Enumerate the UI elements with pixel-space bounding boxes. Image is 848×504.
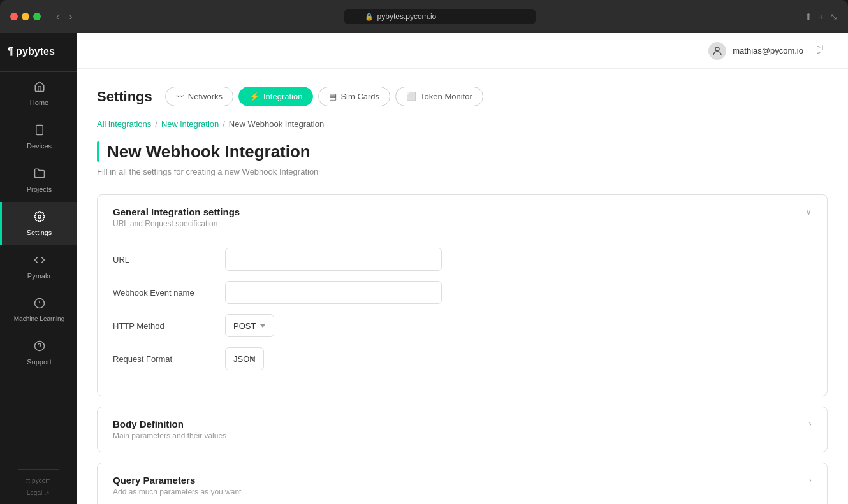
svg-point-3 bbox=[38, 215, 41, 219]
tab-integration[interactable]: ⚡ Integration bbox=[238, 87, 313, 106]
sidebar-label-support: Support bbox=[27, 358, 52, 366]
browser-chrome: ‹ › 🔒 pybytes.pycom.io ⬆ + ⤡ bbox=[0, 0, 848, 33]
legal-link[interactable]: Legal ↗ bbox=[27, 489, 50, 496]
traffic-light-minimize[interactable] bbox=[22, 13, 29, 20]
tab-token-monitor[interactable]: ⬜ Token Monitor bbox=[395, 87, 483, 106]
form-row-http-method: HTTP Method POST GET PUT DELETE PATCH bbox=[113, 314, 812, 337]
section-body-subtitle: Main parameters and their values bbox=[113, 431, 226, 440]
url-input[interactable] bbox=[225, 248, 442, 271]
settings-header: Settings 〰 Networks ⚡ Integration ▤ Sim bbox=[97, 87, 828, 106]
support-icon bbox=[34, 340, 45, 355]
http-method-label: HTTP Method bbox=[113, 321, 215, 331]
webhook-event-input[interactable] bbox=[225, 281, 442, 304]
sidebar-nav: Home Devices Projects Settings bbox=[0, 72, 77, 469]
sidebar-label-projects: Projects bbox=[27, 185, 52, 193]
page-title-section: New Webhook Integration bbox=[97, 141, 828, 162]
projects-icon bbox=[34, 168, 45, 182]
page-subtitle: Fill in all the settings for creating a … bbox=[97, 167, 828, 176]
request-format-select[interactable]: JSON XML Form bbox=[225, 347, 264, 370]
breadcrumb: All integrations / New integration / New… bbox=[97, 119, 828, 129]
sidebar: ¶ pybytes Home Devices Projects bbox=[0, 33, 77, 504]
section-query-params: Query Parameters Add as much parameters … bbox=[97, 463, 828, 504]
home-icon bbox=[34, 81, 45, 96]
form-row-webhook-event: Webhook Event name bbox=[113, 281, 812, 304]
sidebar-label-devices: Devices bbox=[27, 142, 52, 150]
sidebar-label-ml: Machine Learning bbox=[14, 315, 65, 322]
section-general-header[interactable]: General Integration settings URL and Req… bbox=[98, 195, 827, 240]
section-general-title: General Integration settings bbox=[113, 206, 240, 217]
app-container: ¶ pybytes Home Devices Projects bbox=[0, 33, 848, 504]
legal-icon: ↗ bbox=[45, 490, 50, 496]
tab-token-label: Token Monitor bbox=[420, 92, 472, 101]
sidebar-item-pymakr[interactable]: Pymakr bbox=[0, 245, 77, 289]
url-text: pybytes.pycom.io bbox=[377, 12, 437, 21]
section-query-title: Query Parameters bbox=[113, 475, 241, 486]
pycom-logo: π pycom bbox=[26, 477, 50, 484]
section-general-body: URL Webhook Event name HTTP Method bbox=[98, 240, 827, 396]
legal-label: Legal bbox=[27, 489, 42, 496]
chevron-right-icon: › bbox=[808, 419, 812, 429]
power-button[interactable] bbox=[817, 45, 828, 57]
sidebar-item-projects[interactable]: Projects bbox=[0, 159, 77, 202]
browser-actions: ⬆ + ⤡ bbox=[805, 11, 838, 22]
request-format-wrapper: JSON XML Form bbox=[225, 347, 442, 370]
form-row-request-format: Request Format JSON XML Form bbox=[113, 347, 812, 370]
section-general-subtitle: URL and Request specification bbox=[113, 219, 240, 228]
http-method-wrapper: POST GET PUT DELETE PATCH bbox=[225, 314, 442, 337]
sidebar-label-home: Home bbox=[30, 99, 48, 106]
section-query-subtitle: Add as much parameters as you want bbox=[113, 487, 241, 496]
address-bar: 🔒 pybytes.pycom.io bbox=[82, 9, 796, 24]
section-query-header[interactable]: Query Parameters Add as much parameters … bbox=[98, 463, 827, 504]
url-label: URL bbox=[113, 255, 215, 264]
chevron-right-icon-2: › bbox=[808, 475, 812, 485]
page-content: Settings 〰 Networks ⚡ Integration ▤ Sim bbox=[77, 69, 848, 504]
sidebar-item-machine-learning[interactable]: Machine Learning bbox=[0, 289, 77, 331]
section-body-header[interactable]: Body Definition Main parameters and thei… bbox=[98, 407, 827, 452]
form-row-url: URL bbox=[113, 248, 812, 271]
main-content: Settings 〰 Networks ⚡ Integration ▤ Sim bbox=[77, 69, 848, 504]
svg-text:¶ pybytes: ¶ pybytes bbox=[8, 46, 55, 57]
sidebar-item-settings[interactable]: Settings bbox=[0, 202, 77, 245]
sidebar-item-support[interactable]: Support bbox=[0, 331, 77, 375]
sidebar-bottom: π pycom Legal ↗ bbox=[18, 469, 58, 504]
section-body-title: Body Definition bbox=[113, 419, 226, 429]
browser-forward-button[interactable]: › bbox=[67, 10, 75, 23]
sidebar-logo: ¶ pybytes bbox=[0, 33, 77, 72]
traffic-lights bbox=[10, 13, 41, 20]
sidebar-item-devices[interactable]: Devices bbox=[0, 115, 77, 159]
tab-integration-label: Integration bbox=[263, 92, 302, 101]
svg-point-6 bbox=[715, 47, 719, 51]
header-area: mathias@pycom.io bbox=[77, 33, 848, 69]
tab-networks[interactable]: 〰 Networks bbox=[165, 87, 233, 106]
user-email: mathias@pycom.io bbox=[733, 46, 803, 55]
breadcrumb-new-integration[interactable]: New integration bbox=[161, 119, 219, 129]
new-tab-icon[interactable]: + bbox=[819, 11, 824, 22]
page-title: New Webhook Integration bbox=[107, 142, 311, 162]
integration-icon: ⚡ bbox=[249, 92, 260, 101]
sidebar-label-pymakr: Pymakr bbox=[27, 272, 51, 280]
tab-networks-label: Networks bbox=[188, 92, 223, 101]
http-method-select[interactable]: POST GET PUT DELETE PATCH bbox=[225, 314, 274, 337]
breadcrumb-sep-1: / bbox=[155, 119, 157, 129]
tab-sim-label: Sim Cards bbox=[340, 92, 379, 101]
traffic-light-close[interactable] bbox=[10, 13, 18, 20]
tab-sim-cards[interactable]: ▤ Sim Cards bbox=[318, 87, 390, 106]
svg-rect-1 bbox=[36, 126, 43, 135]
browser-back-button[interactable]: ‹ bbox=[54, 10, 62, 23]
share-icon[interactable]: ⬆ bbox=[805, 11, 812, 22]
token-icon: ⬜ bbox=[406, 92, 416, 101]
sidebar-item-home[interactable]: Home bbox=[0, 72, 77, 115]
browser-controls: ‹ › bbox=[54, 10, 75, 23]
header-right: mathias@pycom.io bbox=[708, 42, 828, 60]
webhook-event-label: Webhook Event name bbox=[113, 288, 215, 298]
url-bar[interactable]: 🔒 pybytes.pycom.io bbox=[344, 9, 536, 24]
breadcrumb-all-integrations[interactable]: All integrations bbox=[97, 119, 151, 129]
breadcrumb-sep-2: / bbox=[223, 119, 225, 129]
traffic-light-maximize[interactable] bbox=[33, 13, 41, 20]
section-general-content: General Integration settings URL and Req… bbox=[113, 206, 240, 228]
sim-icon: ▤ bbox=[329, 92, 337, 101]
settings-title: Settings bbox=[97, 89, 152, 105]
request-format-label: Request Format bbox=[113, 354, 215, 364]
ml-icon bbox=[34, 298, 45, 312]
fullscreen-icon[interactable]: ⤡ bbox=[830, 11, 838, 22]
